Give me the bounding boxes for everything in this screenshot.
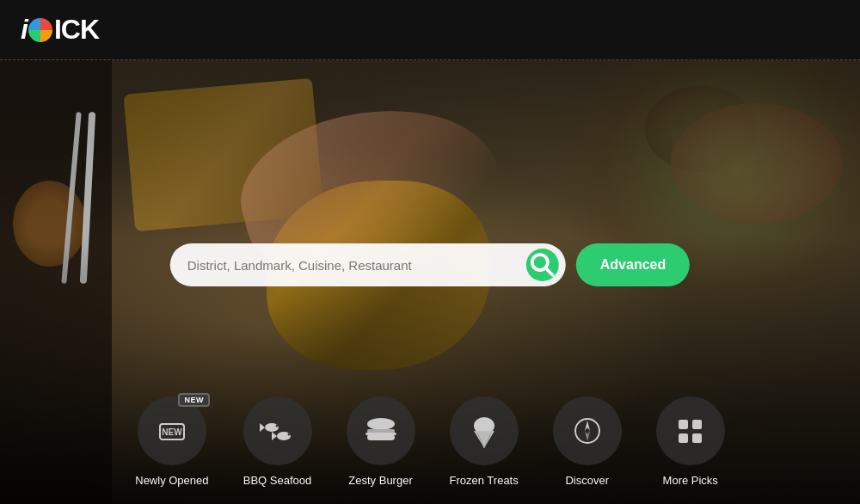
svg-line-1	[546, 268, 553, 275]
category-circle-more-picks	[656, 396, 725, 465]
grid-icon	[679, 420, 702, 443]
categories-row: NEW NEW Newly Opened BBQ Sea	[0, 396, 860, 487]
svg-text:NEW: NEW	[162, 427, 182, 437]
category-label-discover: Discover	[565, 474, 609, 487]
category-label-more-picks: More Picks	[663, 474, 718, 487]
grid-dot-1	[679, 420, 688, 429]
category-zesty-burger[interactable]: Zesty Burger	[347, 396, 415, 487]
category-bbq-seafood[interactable]: BBQ Seafood	[243, 396, 312, 487]
category-discover[interactable]: Discover	[553, 396, 622, 487]
search-bar	[170, 243, 566, 286]
logo-pick-text: ICK	[54, 14, 99, 46]
compass-icon	[572, 415, 603, 446]
burger-icon	[364, 415, 398, 446]
svg-marker-19	[585, 421, 590, 431]
svg-point-9	[287, 433, 290, 436]
hero-section: Advanced NEW NEW Newly Opened	[0, 60, 860, 504]
category-circle-bbq-seafood	[243, 396, 312, 465]
category-more-picks[interactable]: More Picks	[656, 396, 725, 487]
category-label-newly-opened: Newly Opened	[135, 474, 208, 487]
svg-marker-8	[272, 432, 277, 440]
category-newly-opened[interactable]: NEW NEW Newly Opened	[135, 396, 208, 487]
category-label-bbq-seafood: BBQ Seafood	[243, 474, 312, 487]
category-label-frozen-treats: Frozen Treats	[450, 474, 519, 487]
category-circle-newly-opened: NEW NEW	[138, 396, 206, 465]
search-button[interactable]	[526, 249, 559, 281]
category-frozen-treats[interactable]: Frozen Treats	[450, 396, 519, 487]
icecream-icon	[469, 414, 500, 448]
search-input[interactable]	[187, 258, 526, 273]
svg-marker-15	[474, 431, 494, 448]
svg-rect-13	[367, 434, 395, 440]
fish-icon	[260, 415, 296, 446]
svg-marker-5	[260, 423, 265, 432]
category-circle-discover	[553, 396, 622, 465]
svg-point-7	[277, 432, 291, 440]
category-label-zesty-burger: Zesty Burger	[348, 474, 412, 487]
grid-dot-2	[692, 420, 702, 429]
logo-i-text: i	[21, 14, 27, 46]
svg-marker-20	[585, 431, 590, 441]
search-icon	[527, 249, 558, 280]
new-icon: NEW	[157, 415, 187, 446]
svg-point-6	[275, 425, 278, 427]
header: i ICK	[0, 0, 860, 60]
advanced-button[interactable]: Advanced	[576, 243, 690, 286]
logo-circle-icon	[28, 18, 52, 42]
grid-dot-3	[679, 433, 688, 443]
category-circle-frozen-treats	[450, 396, 519, 465]
svg-point-10	[367, 418, 395, 430]
svg-point-4	[265, 423, 279, 432]
logo: i ICK	[21, 14, 99, 46]
new-badge: NEW	[178, 393, 210, 407]
grid-dot-4	[692, 433, 702, 443]
category-circle-zesty-burger	[347, 396, 415, 465]
search-section: Advanced	[170, 243, 690, 286]
